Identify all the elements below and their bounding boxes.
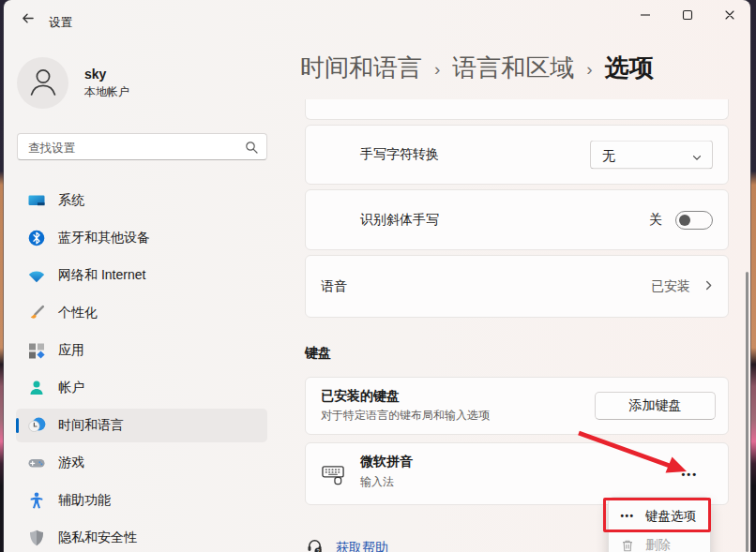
apps-icon bbox=[27, 341, 46, 360]
sidebar-item-accounts[interactable]: 帐户 bbox=[16, 371, 267, 405]
window-controls bbox=[624, 0, 750, 32]
menu-item-label: 删除 bbox=[645, 537, 671, 552]
dropdown-selected-value: 无 bbox=[602, 148, 615, 165]
chevron-right-separator-icon: › bbox=[434, 57, 440, 80]
gamepad-icon bbox=[27, 454, 46, 472]
sidebar-item-label: 帐户 bbox=[58, 380, 84, 396]
sidebar-item-apps[interactable]: 应用 bbox=[16, 334, 267, 367]
selection-accent-bar bbox=[16, 418, 19, 433]
close-button[interactable] bbox=[708, 0, 750, 32]
setting-row-installed-keyboards: 已安装的键盘 对于特定语言的键布局和输入选项 添加键盘 bbox=[305, 377, 729, 435]
sidebar-item-label: 系统 bbox=[58, 192, 84, 209]
ime-subtitle: 输入法 bbox=[360, 474, 394, 490]
setting-title: 已安装的键盘 bbox=[321, 388, 400, 405]
speech-status-value: 已安装 bbox=[651, 278, 690, 295]
user-icon bbox=[23, 62, 63, 105]
setting-label: 语音 bbox=[321, 278, 347, 295]
setting-row-ime-pinyin: 微软拼音 输入法 ••• bbox=[305, 442, 729, 505]
chevron-down-icon bbox=[691, 151, 703, 168]
sidebar-item-personalization[interactable]: 个性化 bbox=[16, 296, 267, 330]
sidebar-item-label: 蓝牙和其他设备 bbox=[58, 230, 150, 246]
sidebar-item-label: 时间和语言 bbox=[58, 417, 124, 434]
search-icon bbox=[245, 141, 258, 157]
sidebar-item-system[interactable]: 系统 bbox=[16, 184, 267, 217]
toggle-knob bbox=[679, 215, 690, 226]
back-button[interactable] bbox=[15, 8, 39, 31]
ime-title: 微软拼音 bbox=[360, 454, 413, 470]
sidebar-item-gaming[interactable]: 游戏 bbox=[16, 446, 267, 480]
bluetooth-icon bbox=[27, 229, 46, 247]
vertical-scrollbar-thumb[interactable] bbox=[746, 272, 748, 552]
menu-item-delete[interactable]: 删除 bbox=[609, 530, 710, 552]
menu-item-label: 键盘选项 bbox=[645, 508, 696, 525]
sidebar-item-label: 个性化 bbox=[58, 305, 98, 321]
settings-window: 设置 sky 本地帐户 系统 bbox=[4, 0, 750, 552]
maximize-icon bbox=[682, 7, 693, 24]
ellipsis-icon: ••• bbox=[618, 511, 637, 521]
setting-row-speech[interactable]: 语音 已安装 bbox=[305, 255, 729, 318]
breadcrumb: 时间和语言 › 语言和区域 › 选项 bbox=[300, 52, 654, 84]
page-title: 选项 bbox=[605, 52, 654, 84]
maximize-button[interactable] bbox=[666, 0, 708, 32]
italic-handwriting-toggle[interactable] bbox=[675, 211, 713, 230]
breadcrumb-language-region[interactable]: 语言和区域 bbox=[452, 52, 574, 84]
keyboard-section-header: 键盘 bbox=[305, 345, 331, 362]
app-title: 设置 bbox=[49, 15, 72, 31]
keyboard-context-menu: ••• 键盘选项 删除 bbox=[608, 497, 711, 552]
setting-label: 识别斜体手写 bbox=[360, 212, 439, 229]
headset-help-icon: ? bbox=[306, 537, 324, 552]
search-box bbox=[17, 133, 267, 160]
shield-icon bbox=[27, 529, 46, 547]
minimize-icon bbox=[640, 7, 651, 24]
profile-name: sky bbox=[84, 67, 106, 82]
sidebar-item-label: 应用 bbox=[58, 342, 84, 359]
setting-row-italic-handwriting: 识别斜体手写 关 bbox=[305, 189, 729, 250]
accessibility-icon bbox=[27, 491, 46, 510]
breadcrumb-time-language[interactable]: 时间和语言 bbox=[300, 52, 422, 84]
sidebar-item-privacy-security[interactable]: 隐私和安全性 bbox=[16, 521, 267, 552]
sidebar-nav: 系统 蓝牙和其他设备 网络和 Internet 个性化 应用 帐户 bbox=[16, 184, 267, 552]
search-input[interactable] bbox=[26, 135, 236, 160]
sidebar-item-network-internet[interactable]: 网络和 Internet bbox=[16, 259, 267, 292]
paintbrush-icon bbox=[27, 304, 46, 322]
setting-subtitle: 对于特定语言的键布局和输入选项 bbox=[321, 408, 490, 424]
person-icon bbox=[27, 379, 46, 397]
more-options-button[interactable]: ••• bbox=[677, 464, 702, 483]
handwriting-conversion-dropdown[interactable]: 无 bbox=[590, 141, 713, 170]
keyboard-icon bbox=[322, 463, 345, 485]
sidebar-item-label: 网络和 Internet bbox=[58, 267, 145, 284]
sidebar-item-label: 隐私和安全性 bbox=[58, 530, 137, 546]
titlebar: 设置 bbox=[4, 0, 750, 37]
back-arrow-icon bbox=[21, 11, 35, 29]
system-icon bbox=[27, 191, 46, 210]
profile-account-type: 本地帐户 bbox=[84, 84, 129, 100]
wifi-icon bbox=[27, 266, 46, 285]
clock-globe-icon bbox=[27, 416, 46, 435]
sidebar-item-label: 辅助功能 bbox=[58, 492, 111, 509]
setting-label: 手写字符转换 bbox=[360, 146, 439, 163]
minimize-button[interactable] bbox=[624, 0, 666, 32]
toggle-state-label: 关 bbox=[649, 212, 662, 229]
desktop-wallpaper: 设置 sky 本地帐户 系统 bbox=[0, 0, 756, 552]
sidebar-item-bluetooth-devices[interactable]: 蓝牙和其他设备 bbox=[16, 221, 267, 255]
chevron-right-separator-icon: › bbox=[586, 57, 592, 80]
svg-text:?: ? bbox=[317, 548, 320, 552]
avatar bbox=[17, 57, 68, 109]
sidebar-item-label: 游戏 bbox=[58, 455, 84, 471]
close-icon bbox=[724, 7, 735, 24]
trash-icon bbox=[618, 539, 637, 552]
chevron-right-icon bbox=[703, 278, 715, 295]
add-keyboard-button[interactable]: 添加键盘 bbox=[595, 392, 716, 420]
get-help-label: 获取帮助 bbox=[336, 540, 388, 552]
menu-item-keyboard-options[interactable]: ••• 键盘选项 bbox=[609, 501, 710, 530]
setting-row-handwriting-conversion: 手写字符转换 无 bbox=[305, 125, 729, 185]
scrolled-card-partial bbox=[305, 99, 729, 120]
get-help-link[interactable]: ? 获取帮助 bbox=[306, 537, 388, 552]
sidebar-item-accessibility[interactable]: 辅助功能 bbox=[16, 484, 267, 517]
sidebar-item-time-language[interactable]: 时间和语言 bbox=[16, 409, 267, 442]
